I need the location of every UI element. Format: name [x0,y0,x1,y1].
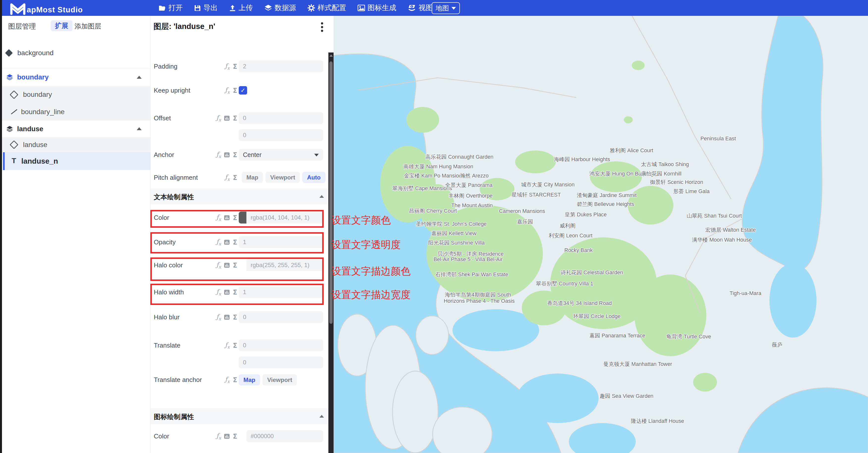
annotation-box-halo-width [150,284,324,305]
layer-item-boundary-line[interactable]: boundary_line [0,103,150,121]
map-place-label: Peninsula East [700,136,736,142]
map-place-label: 宏德居 Walton Estate [705,226,756,233]
translate-y-input[interactable]: 0 [239,356,323,368]
sigma-icon[interactable]: Σ [233,63,237,70]
translate-viewport-option[interactable]: Viewport [262,374,297,385]
map-place-label: 隆达楼 Llandaff House [631,417,684,424]
collapse-icon [319,415,324,418]
layer-group-landuse[interactable]: landuse [0,121,150,137]
view-icon [408,4,416,11]
pitch-map-option[interactable]: Map [242,172,263,183]
annotation-box-opacity [150,232,324,254]
map-place-label: 海怡半岛第4期御庭园 South [445,291,511,298]
fx-icon[interactable]: ƒx [225,87,229,95]
fx-icon[interactable]: ƒx [225,173,229,182]
map-place-label: 诗礼花园 Celestial Garden [561,269,623,276]
map-place-label: 皇第 Dukes Place [565,211,607,218]
chart-icon[interactable] [224,315,229,320]
chart-icon[interactable] [224,152,229,157]
menu-style-config[interactable]: 样式配置 [308,3,346,13]
fx-icon[interactable]: ƒx [216,313,221,321]
annotation-text-halo-width: 设置文字描边宽度 [331,288,411,301]
fx-icon[interactable]: ƒx [216,151,221,159]
scrollbar-thumb[interactable] [329,61,333,324]
fx-icon[interactable]: ƒx [225,376,229,384]
map-place-label: 威利阁 [560,222,576,229]
pitch-auto-option[interactable]: Auto [302,172,326,183]
padding-input[interactable]: 2 [239,60,323,72]
sigma-icon[interactable]: Σ [233,174,237,181]
fx-icon[interactable]: ƒx [216,432,221,441]
menu-view[interactable]: 视图 [408,3,433,13]
layer-item-landuse[interactable]: landuse [0,137,150,152]
map-place-label: 渣甸豪庭 Jardine Summit [577,192,637,199]
layer-group-boundary[interactable]: boundary [0,69,150,86]
menu-open[interactable]: 打开 [158,3,183,13]
annotation-box-halo-color [150,257,324,281]
boundary-children: boundary boundary_line [0,86,150,121]
translate-map-option[interactable]: Map [239,374,260,385]
layer-item-landuse-n-selected[interactable]: T landuse_n [3,152,150,170]
map-place-label: 嘉乐园 [517,218,533,225]
map-place-label: 翠谷别墅 Country Villa 1 [536,280,593,287]
padding-label: Padding [154,63,177,70]
tab-expand[interactable]: 扩展 [51,20,72,31]
gear-icon [308,4,315,12]
sigma-icon[interactable]: Σ [233,313,237,321]
pitch-viewport-option[interactable]: Viewport [266,172,300,183]
map-canvas[interactable]: Peninsula East雅利阁 Alice Court高乐花园 Connau… [334,16,868,453]
menu-icon-generate[interactable]: 图标生成 [358,3,396,13]
anchor-select[interactable]: Center [239,149,323,161]
layer-group-icon [6,126,13,132]
collapse-icon[interactable] [137,76,142,79]
menu-upload[interactable]: 上传 [229,3,253,13]
layer-item-background[interactable]: background [0,37,150,69]
offset-y-input[interactable]: 0 [239,129,323,141]
fx-icon[interactable]: ƒx [216,114,221,122]
line-layer-icon [10,109,17,115]
mapmost-logo-icon [10,2,27,15]
chart-icon[interactable] [224,434,229,439]
offset-label: Offset [154,115,171,122]
sidebar-header: 图层管理 扩展 添加图层 [0,16,150,37]
map-place-label: 阳光花园 Sunshine Villa [428,239,485,246]
sigma-icon[interactable]: Σ [233,115,237,122]
add-layer-button[interactable]: 添加图层 [74,22,101,31]
map-style-dropdown[interactable]: 地图 [432,2,460,14]
sigma-icon[interactable]: Σ [233,342,237,349]
background-layer-icon [5,49,12,57]
map-place-label: 圣约翰学院 St. John's College [416,220,487,227]
layer-item-boundary[interactable]: boundary [0,86,150,103]
panel-scrollbar[interactable] [329,53,334,453]
kebab-menu-icon[interactable] [321,21,323,37]
translate-x-input[interactable]: 0 [239,339,323,351]
sigma-icon[interactable]: Σ [233,432,237,440]
sigma-icon[interactable]: Σ [233,151,237,158]
halo-blur-input[interactable]: 0 [239,311,323,323]
menu-export[interactable]: 导出 [194,3,218,13]
halo-blur-label: Halo blur [154,313,180,321]
offset-x-input[interactable]: 0 [239,112,323,124]
translate-anchor-label: Translate anchor [154,376,202,384]
map-place-label: Cameron Mansions [499,208,545,214]
sigma-icon[interactable]: Σ [233,376,237,383]
sigma-icon[interactable]: Σ [233,87,237,94]
menu-datasource[interactable]: 数据源 [264,3,296,13]
text-paint-section-header[interactable]: 文本绘制属性 [151,189,329,204]
layers-icon [264,4,272,11]
collapse-icon [319,195,324,198]
map-place-label: 形荟 Lime Gala [673,188,710,195]
icon-paint-section-header[interactable]: 图标绘制属性 [151,409,329,424]
chart-icon[interactable] [224,116,229,121]
fx-icon[interactable]: ƒx [225,62,229,70]
fx-icon[interactable]: ƒx [225,342,229,350]
scroll-up-icon[interactable] [329,55,333,57]
keep-upright-checkbox[interactable]: ✓ [239,86,247,95]
map-place-label: 翠海别墅 Cape Mansions [392,185,452,192]
translate-label: Translate [154,342,180,349]
icon-color-input[interactable]: #000000 [246,430,323,442]
brand-logo: apMost Studio [10,0,83,16]
collapse-icon[interactable] [137,127,142,130]
map-place-label: 太古城 Taikoo Shing [641,161,689,168]
map-place-label: 嘉丽园 Kellett View [431,230,476,237]
